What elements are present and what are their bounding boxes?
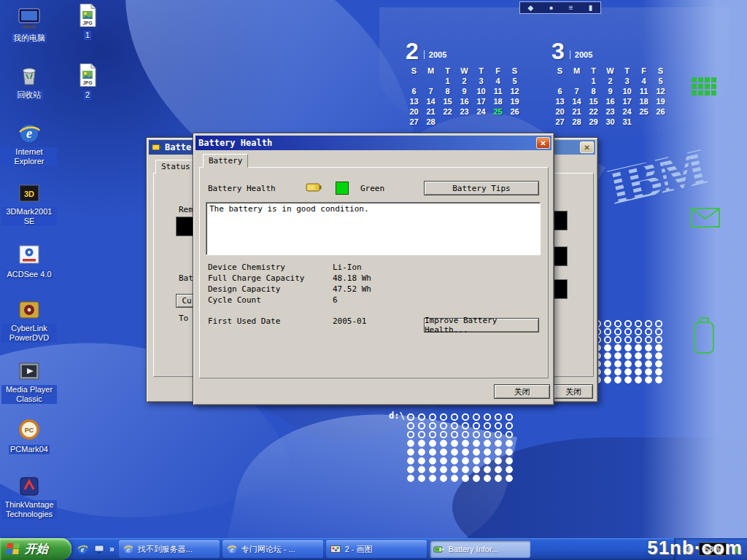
- display-icon[interactable]: ▮: [589, 4, 593, 12]
- calendar-month-header: 2 2005: [406, 38, 525, 61]
- battery-app-icon: [152, 142, 162, 152]
- field-label: Design Capacity: [208, 284, 280, 294]
- desktop-icon-recycle[interactable]: 回收站: [1, 63, 57, 101]
- chevron-more-icon[interactable]: »: [109, 544, 115, 554]
- calendar-day-header: T: [585, 66, 602, 77]
- battery-icon: [433, 543, 445, 555]
- calendar-day-header: F: [635, 66, 652, 77]
- show-desktop-icon[interactable]: [93, 542, 106, 556]
- drive-label: d:\: [389, 411, 405, 421]
- calendar-month-header: 3 2005: [551, 38, 671, 61]
- thinkvantage-icon: [17, 474, 42, 499]
- tab-battery[interactable]: Battery: [203, 154, 248, 168]
- ie-icon: e: [17, 121, 42, 146]
- calendar-day: 24: [473, 107, 489, 117]
- taskbar-task-label: 2 - 画图: [345, 544, 373, 555]
- calendar-day: 4: [635, 77, 652, 87]
- desktop-icon-label: Media Player Classic: [1, 385, 57, 404]
- calendar-february-2005: 2 2005 SMTWTFS12345678910111213141516171…: [406, 38, 525, 128]
- calendar-day: 2: [602, 77, 619, 87]
- envelope-icon: [690, 207, 721, 228]
- calendar-month-number: 2: [406, 42, 419, 61]
- calendar-day-header: T: [439, 66, 456, 77]
- desktop-icon-jpg-1[interactable]: JPG1: [67, 3, 108, 41]
- calendar-day: 23: [602, 107, 619, 117]
- calendar-day-header: W: [602, 66, 619, 77]
- taskbar-task-2[interactable]: e专门网论坛 - ...: [222, 540, 323, 558]
- battery-outline-icon: [690, 316, 718, 356]
- calendar-day: 27: [551, 117, 568, 128]
- calendar-grid: SMTWTFS123456789101112131415161718192021…: [406, 66, 525, 128]
- calendar-day-header: S: [652, 66, 669, 77]
- desktop-icon-jpg-2[interactable]: JPG2: [67, 63, 108, 101]
- taskbar-task-3[interactable]: 2 - 画图: [326, 540, 427, 558]
- desktop-icon-thinkvantage[interactable]: ThinkVantage Technologies: [1, 474, 57, 520]
- taskbar-task-label: 专门网论坛 - ...: [241, 544, 295, 555]
- desktop-icon-mark3d[interactable]: 3D3DMark2001 SE: [1, 181, 57, 227]
- taskbar-task-label: 找不到服务器...: [138, 544, 193, 555]
- field-value: 48.18 Wh: [333, 273, 371, 283]
- calendar-day: 19: [506, 97, 523, 107]
- battery-gauge: [553, 246, 568, 266]
- field-label: Device Chemistry: [208, 262, 285, 272]
- desktop-icon-ie[interactable]: eInternet Explorer: [1, 121, 57, 167]
- battery-tips-button[interactable]: Battery Tips: [424, 181, 539, 195]
- calendar-day: 16: [602, 97, 619, 107]
- ie-quicklaunch-icon[interactable]: e: [76, 542, 89, 556]
- title-bar[interactable]: Battery Health ✕: [196, 136, 551, 150]
- calendar-day: 3: [619, 77, 635, 87]
- dot-pattern: [406, 439, 516, 483]
- ie-icon: e: [123, 543, 134, 555]
- taskbar-task-1[interactable]: e找不到服务器...: [119, 540, 220, 558]
- close-icon[interactable]: ✕: [536, 137, 550, 149]
- desktop: ◆ ● ≡ ▮ 2 2005 SMTWTFS123456789101112131…: [0, 0, 747, 560]
- calendar-day: 14: [568, 97, 585, 107]
- desktop-icon-label: 回收站: [16, 90, 43, 100]
- mute-icon[interactable]: ●: [549, 4, 554, 12]
- field-value: 2005-01: [333, 316, 366, 326]
- calendar-day: 12: [506, 87, 523, 97]
- calendar-day: 1: [439, 77, 456, 87]
- desktop-icon-mpc[interactable]: Media Player Classic: [1, 359, 57, 405]
- desktop-icon-pcmark[interactable]: PCPCMark04: [1, 417, 57, 455]
- dot-pattern: [592, 319, 664, 343]
- status-color-swatch: [336, 182, 349, 195]
- calendar-day: 21: [422, 107, 439, 117]
- close-icon[interactable]: ✕: [580, 141, 594, 153]
- quick-launch: e »: [71, 542, 119, 556]
- close-button[interactable]: 关闭: [554, 384, 593, 399]
- calendar-day: 10: [619, 87, 635, 97]
- desktop-icon-computer[interactable]: 我的电脑: [1, 6, 57, 44]
- condition-textbox[interactable]: The battery is in good condition.: [206, 202, 541, 255]
- improve-battery-health-button[interactable]: Improve Battery Health...: [424, 318, 539, 332]
- calendar-day: 23: [456, 107, 473, 117]
- keyboard-icon[interactable]: ≡: [569, 4, 573, 12]
- paint-icon: [330, 543, 341, 555]
- field-label: First Used Date: [208, 316, 280, 326]
- tab-status[interactable]: Status: [155, 160, 196, 174]
- start-button[interactable]: 开始: [0, 538, 71, 560]
- calendar-day: [439, 117, 456, 128]
- taskbar-task-4[interactable]: Battery Infor...: [430, 540, 530, 558]
- desktop-icon-powerdvd[interactable]: CyberLink PowerDVD: [1, 298, 57, 343]
- calendar-day: 20: [406, 107, 422, 117]
- computer-icon: [17, 6, 42, 31]
- pcmark-icon: PC: [17, 417, 42, 442]
- calendar-day: 25: [489, 107, 506, 117]
- calendar-day: 4: [489, 77, 506, 87]
- calendar-day: 5: [506, 77, 523, 87]
- dot-pattern: [406, 413, 516, 439]
- close-button[interactable]: 关闭: [494, 384, 550, 399]
- hotkey-toolbar[interactable]: ◆ ● ≡ ▮: [519, 1, 601, 14]
- volume-icon[interactable]: ◆: [528, 4, 534, 12]
- task-buttons: e找不到服务器...e专门网论坛 - ...2 - 画图Battery Info…: [119, 540, 674, 558]
- calendar-day: [406, 77, 422, 87]
- dot-pattern: [592, 343, 664, 384]
- calendar-day: 19: [652, 97, 669, 107]
- desktop-icon-acdsee[interactable]: ACDSee 4.0: [1, 242, 57, 280]
- calendar-day-header: F: [489, 66, 506, 77]
- taskbar: 开始 e » e找不到服务器...e专门网论坛 - ...2 - 画图Batte…: [0, 538, 747, 560]
- desktop-icon-label: CyberLink PowerDVD: [1, 324, 57, 343]
- calendar-day: 26: [506, 107, 523, 117]
- calendar-day: 9: [602, 87, 619, 97]
